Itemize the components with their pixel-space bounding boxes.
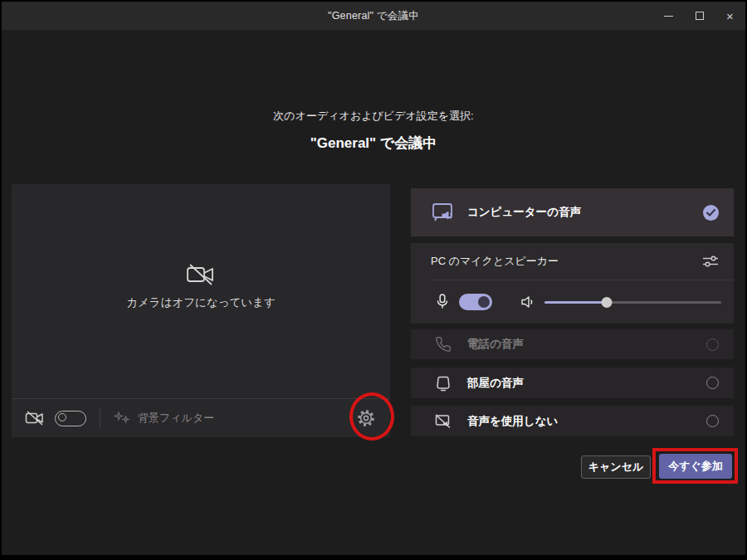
- no-audio-label: 音声を使用しない: [467, 414, 706, 429]
- camera-status-text: カメラはオフになっています: [12, 295, 390, 310]
- gear-icon: [355, 407, 377, 429]
- window-title: "General" で会議中: [328, 9, 419, 23]
- toolbar-divider: [100, 408, 100, 428]
- option-no-audio[interactable]: 音声を使用しない: [411, 406, 734, 436]
- titlebar: "General" で会議中 ×: [2, 2, 745, 30]
- phone-audio-label: 電話の音声: [467, 337, 706, 352]
- device-settings-label: PC のマイクとスピーカー: [431, 254, 702, 269]
- camera-off-icon: [185, 262, 217, 287]
- minimize-button[interactable]: [653, 2, 684, 30]
- room-audio-icon: [431, 375, 456, 392]
- option-phone-audio[interactable]: 電話の音声: [411, 329, 734, 359]
- camera-toggle-knob: [58, 413, 66, 421]
- microphone-toggle[interactable]: [459, 294, 492, 310]
- option-computer-audio[interactable]: コンピューターの音声: [411, 188, 734, 236]
- camera-off-small-icon: [25, 411, 45, 426]
- device-settings-block: PC のマイクとスピーカー: [411, 243, 734, 324]
- computer-audio-label: コンピューターの音声: [467, 205, 703, 220]
- camera-off-message: カメラはオフになっています: [12, 262, 390, 310]
- close-icon: ×: [726, 10, 734, 22]
- meeting-title: "General" で会議中: [0, 134, 747, 153]
- no-audio-radio[interactable]: [706, 415, 719, 427]
- cancel-button[interactable]: キャンセル: [581, 455, 651, 479]
- volume-fill: [544, 301, 607, 304]
- maximize-button[interactable]: [684, 2, 715, 30]
- sliders-icon[interactable]: [702, 254, 719, 269]
- close-button[interactable]: ×: [715, 2, 745, 30]
- device-settings-gear[interactable]: [355, 407, 377, 429]
- background-filter-label[interactable]: 背景フィルター: [138, 411, 214, 426]
- microphone-icon: [436, 294, 449, 310]
- phone-audio-icon: [431, 336, 456, 353]
- video-preview-panel: カメラはオフになっています 背景フィルター: [12, 184, 390, 437]
- room-audio-radio[interactable]: [706, 377, 719, 389]
- speaker-icon: [520, 295, 535, 309]
- option-room-audio[interactable]: 部屋の音声: [411, 368, 734, 398]
- microphone-toggle-knob: [478, 296, 490, 308]
- volume-slider[interactable]: [544, 296, 721, 308]
- settings-subtitle: 次のオーディオおよびビデオ設定を選択:: [0, 109, 747, 124]
- window-controls: ×: [653, 2, 745, 30]
- camera-toggle[interactable]: [55, 411, 86, 426]
- phone-audio-radio: [706, 338, 719, 351]
- preview-toolbar: 背景フィルター: [12, 398, 390, 437]
- selected-check-icon: [703, 205, 719, 221]
- room-audio-label: 部屋の音声: [467, 376, 706, 391]
- volume-knob[interactable]: [601, 297, 612, 308]
- background-filter-icon: [114, 411, 130, 425]
- maximize-icon: [696, 12, 704, 20]
- computer-audio-icon: [431, 202, 456, 223]
- minimize-icon: [664, 16, 673, 17]
- join-button[interactable]: 今すぐ参加: [659, 454, 732, 479]
- no-audio-icon: [431, 413, 456, 430]
